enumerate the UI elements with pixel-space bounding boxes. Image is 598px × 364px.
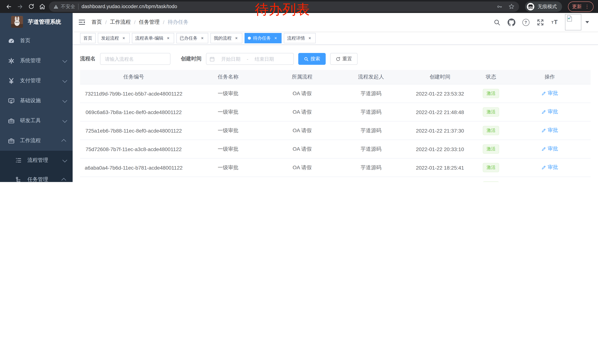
breadcrumb-current: 待办任务 [168,19,188,25]
logo-image [11,16,23,28]
home-icon[interactable] [38,2,47,11]
font-size-icon[interactable]: TT [551,18,559,26]
flow-branch-icon [15,176,22,182]
breadcrumb-task-management[interactable]: 任务管理 [139,19,160,25]
task-id: 725a1eb6-7b88-11ec-8ef0-acde48001122 [80,128,187,133]
tab-my-process[interactable]: 我的流程 [210,33,242,43]
task-actions: 审批 [509,164,590,171]
tab-home[interactable]: 首页 [80,33,96,43]
task-status: 激活 [473,108,509,117]
url-text[interactable]: dashboard.yudao.iocoder.cn/bpm/task/todo [82,4,493,9]
task-status: 激活 [473,145,509,154]
close-icon[interactable] [200,36,205,41]
task-actions: 审批 [509,90,590,97]
task-id: 069c6a63-7b8a-11ec-8ef0-acde48001122 [80,109,187,115]
broken-image-icon [566,15,573,22]
incognito-icon [526,2,535,11]
tab-done-tasks[interactable]: 已办任务 [176,33,208,43]
reset-button[interactable]: 重置 [330,53,357,65]
table-row: 8f0d1619-7ac8-11ec-a9e2-a2380e71991a 1.2… [80,177,590,182]
monitor-icon [8,97,15,105]
key-icon[interactable] [497,4,502,9]
sidebar-item-home[interactable]: 首页 [0,31,73,51]
task-name: 一级审批 [187,90,269,97]
chevron-down-icon [62,118,67,122]
top-navbar: 首页 / 工作流程 / 任务管理 / 待办任务 [73,13,598,32]
close-icon[interactable] [273,36,278,41]
tree-list-icon [15,157,22,164]
breadcrumb-workflow[interactable]: 工作流程 [110,19,131,25]
task-name: 一级审批 [187,164,269,171]
avatar[interactable] [565,14,581,30]
task-id: 73211d9d-7b9b-11ec-b5b7-acde48001122 [80,90,187,97]
close-icon[interactable] [307,36,312,41]
github-icon[interactable] [507,18,515,26]
approve-link[interactable]: 审批 [541,109,558,115]
browser-menu-icon[interactable] [585,4,590,9]
task-name: 一级审批 [187,146,269,152]
avatar-caret-icon[interactable] [585,21,589,23]
sidebar-item-task-management[interactable]: 任务管理 [0,170,73,182]
reload-icon[interactable] [27,2,36,11]
not-secure-indicator[interactable]: 不安全 [53,3,75,10]
sidebar-item-system[interactable]: 系统管理 [0,51,73,71]
col-task-name: 任务名称 [187,74,269,80]
search-icon[interactable] [493,18,501,26]
chevron-down-icon [62,78,67,82]
sidebar-item-devtools[interactable]: 研发工具 [0,111,73,131]
sidebar-item-process-management[interactable]: 流程管理 [0,151,73,170]
app-title: 芋道管理系统 [28,18,61,25]
date-range-picker[interactable]: - [206,53,294,65]
address-bar[interactable]: 不安全 dashboard.yudao.iocoder.cn/bpm/task/… [49,1,519,12]
sidebar-item-payment[interactable]: 支付管理 [0,71,73,91]
breadcrumb-home[interactable]: 首页 [91,19,102,25]
forward-icon[interactable] [16,2,25,11]
process-name-input[interactable] [100,53,170,65]
tab-start-process[interactable]: 发起流程 [98,33,130,43]
end-date-input[interactable] [250,56,279,62]
close-icon[interactable] [166,36,171,41]
tab-todo-tasks[interactable]: 待办任务 [245,33,282,43]
gear-icon [8,57,15,65]
sidebar-item-workflow[interactable]: 工作流程 [0,131,73,151]
table-row: a6aba0a4-7b6d-11ec-b781-acde48001122 一级审… [80,158,590,177]
task-process: OA 请假 [269,127,335,134]
sidebar-toggle-icon[interactable] [78,18,86,26]
browser-update-button[interactable]: 更新 [568,1,594,12]
breadcrumb-separator: / [134,19,136,25]
search-button[interactable]: 搜索 [298,53,326,65]
chevron-down-icon [62,98,67,102]
close-icon[interactable] [234,36,239,41]
col-task-id: 任务编号 [80,74,187,80]
status-badge: 激活 [483,108,499,117]
fullscreen-icon[interactable] [536,18,544,26]
task-starter: 芋道源码 [335,90,407,97]
tab-process-detail[interactable]: 流程详情 [284,33,316,43]
sidebar-item-infrastructure[interactable]: 基础设施 [0,91,73,111]
start-date-input[interactable] [216,56,245,62]
task-actions: 审批 [509,109,590,115]
approve-link[interactable]: 审批 [541,127,558,134]
table-row: 73211d9d-7b9b-11ec-b5b7-acde48001122 一级审… [80,84,590,103]
task-id: a6aba0a4-7b6d-11ec-b781-acde48001122 [80,165,187,170]
sidebar-logo[interactable]: 芋道管理系统 [0,13,73,31]
table-row: 069c6a63-7b8a-11ec-8ef0-acde48001122 一级审… [80,103,590,121]
approve-link[interactable]: 审批 [541,146,558,152]
task-process: OA 请假 [269,90,335,97]
task-created: 2022-01-22 23:53:32 [407,90,473,97]
col-actions: 操作 [509,74,590,80]
approve-link[interactable]: 审批 [541,90,558,97]
status-badge: 激活 [483,182,499,182]
tab-form-edit[interactable]: 流程表单-编辑 [132,33,174,43]
edit-pencil-icon [541,110,546,114]
sidebar: 芋道管理系统 首页 系统管理 支付管理 [0,13,73,182]
dashboard-icon [8,37,15,44]
approve-link[interactable]: 审批 [541,164,558,171]
bookmark-star-icon[interactable] [508,3,515,10]
task-actions: 审批 [509,146,590,153]
back-icon[interactable] [4,2,13,11]
chevron-down-icon [62,157,67,162]
range-separator: - [247,56,249,62]
close-icon[interactable] [121,36,126,41]
help-icon[interactable] [522,18,530,26]
